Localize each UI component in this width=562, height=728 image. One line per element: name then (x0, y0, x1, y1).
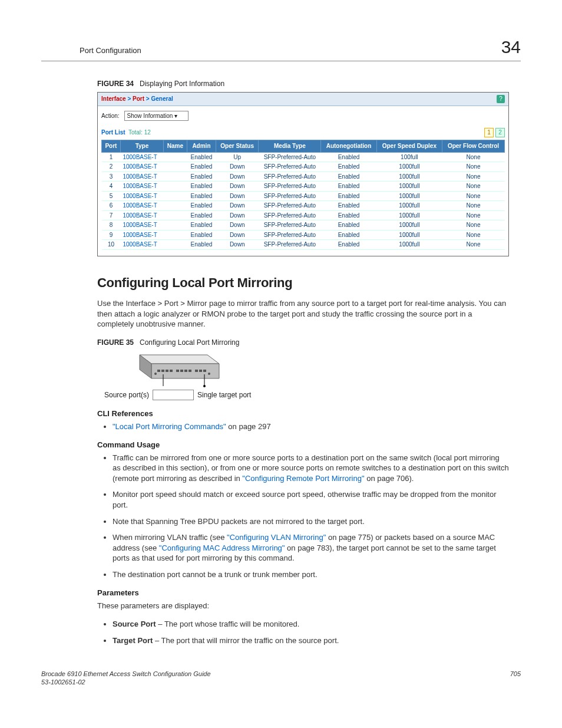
breadcrumb-port[interactable]: Port (133, 95, 144, 102)
figure-35-caption-text: Configuring Local Port Mirroring (140, 338, 239, 347)
param-source-port: Source Port – The port whose traffic wil… (113, 619, 509, 630)
cli-link[interactable]: "Local Port Mirroring Commands" (113, 422, 226, 431)
table-row: 11000BASE-TEnabledUpSFP-Preferred-AutoEn… (102, 152, 505, 162)
port-info-screenshot: Interface > Port > General ? Action: Sho… (97, 92, 509, 256)
help-icon[interactable]: ? (497, 95, 505, 103)
column-header: Admin (187, 140, 216, 153)
remote-mirroring-link[interactable]: "Configuring Remote Port Mirroring" (242, 474, 364, 483)
table-row: 61000BASE-TEnabledDownSFP-Preferred-Auto… (102, 201, 505, 211)
footer-doc-title: Brocade 6910 Ethernet Access Switch Conf… (41, 670, 211, 678)
column-header: Oper Status (216, 140, 259, 153)
svg-rect-7 (176, 370, 179, 372)
mirroring-diagram: Source port(s) Single target port (104, 352, 509, 400)
breadcrumb-bar: Interface > Port > General ? (98, 93, 508, 106)
svg-rect-11 (195, 370, 198, 372)
column-header: Type (120, 140, 163, 153)
portlist-label: Port List (101, 129, 125, 136)
usage-bullet-1: Traffic can be mirrored from one or more… (113, 453, 509, 484)
svg-rect-3 (157, 370, 160, 372)
svg-rect-10 (189, 370, 191, 372)
usage-bullet-2: Monitor port speed should match or excee… (113, 489, 509, 510)
svg-rect-4 (161, 370, 164, 372)
footer-doc-number: 53-1002651-02 (41, 678, 211, 687)
usage-bullet-5: The destination port cannot be a trunk o… (113, 569, 509, 580)
diagram-source-label: Source port(s) (104, 390, 149, 400)
figure-34-caption: FIGURE 34 Displaying Port Information (97, 79, 509, 88)
svg-point-15 (208, 373, 210, 375)
cli-reference-item: "Local Port Mirroring Commands" on page … (113, 421, 509, 432)
svg-point-18 (203, 385, 206, 387)
header-section-title: Port Configuration (80, 45, 141, 56)
column-header: Autonegotiation (321, 140, 376, 153)
page-1-button[interactable]: 1 (484, 128, 494, 137)
figure-34-label: FIGURE 34 (97, 80, 134, 88)
parameters-heading: Parameters (97, 588, 509, 598)
section-title: Configuring Local Port Mirroring (97, 274, 509, 292)
svg-rect-13 (203, 370, 206, 372)
portlist-total: Total: 12 (128, 129, 151, 136)
breadcrumb-interface[interactable]: Interface (101, 95, 126, 102)
action-select[interactable]: Show Information ▾ (124, 111, 189, 121)
table-row: 91000BASE-TEnabledDownSFP-Preferred-Auto… (102, 230, 505, 240)
pagination: 1 2 (484, 128, 505, 137)
column-header: Port (102, 140, 121, 153)
breadcrumb-general[interactable]: General (151, 95, 173, 102)
column-header: Name (163, 140, 187, 153)
table-row: 31000BASE-TEnabledDownSFP-Preferred-Auto… (102, 172, 505, 182)
portlist-row: Port List Total: 12 1 2 (98, 126, 508, 140)
page-footer: Brocade 6910 Ethernet Access Switch Conf… (41, 670, 521, 687)
column-header: Oper Speed Duplex (376, 140, 442, 153)
svg-point-14 (154, 373, 157, 375)
figure-34-caption-text: Displaying Port Information (140, 80, 224, 88)
mac-mirroring-link[interactable]: "Configuring MAC Address Mirroring" (159, 543, 285, 552)
header-chapter-number: 34 (501, 35, 521, 60)
running-header: Port Configuration 34 (41, 35, 521, 61)
footer-page-number: 705 (510, 670, 521, 687)
cli-references-heading: CLI References (97, 409, 509, 419)
usage-bullet-4: When mirroring VLAN traffic (see "Config… (113, 532, 509, 564)
usage-bullet-3: Note that Spanning Tree BPDU packets are… (113, 516, 509, 527)
table-row: 21000BASE-TEnabledDownSFP-Preferred-Auto… (102, 162, 505, 172)
table-row: 71000BASE-TEnabledDownSFP-Preferred-Auto… (102, 210, 505, 220)
svg-rect-8 (180, 370, 183, 372)
svg-rect-5 (166, 370, 168, 372)
svg-rect-6 (170, 370, 173, 372)
table-row: 101000BASE-TEnabledDownSFP-Preferred-Aut… (102, 240, 505, 250)
svg-rect-12 (199, 370, 202, 372)
diagram-target-label: Single target port (197, 390, 251, 400)
table-row: 41000BASE-TEnabledDownSFP-Preferred-Auto… (102, 182, 505, 192)
figure-35-label: FIGURE 35 (97, 338, 134, 347)
command-usage-heading: Command Usage (97, 440, 509, 450)
parameters-intro: These parameters are displayed: (97, 601, 509, 611)
vlan-mirroring-link[interactable]: "Configuring VLAN Mirroring" (227, 533, 326, 542)
figure-35-caption: FIGURE 35 Configuring Local Port Mirrori… (97, 338, 509, 347)
param-target-port: Target Port – The port that will mirror … (113, 635, 509, 646)
svg-marker-0 (140, 355, 219, 364)
action-label: Action: (101, 112, 120, 120)
diagram-input-box (153, 390, 194, 400)
table-row: 51000BASE-TEnabledDownSFP-Preferred-Auto… (102, 191, 505, 201)
port-table: PortTypeNameAdminOper StatusMedia TypeAu… (101, 140, 505, 250)
column-header: Oper Flow Control (442, 140, 505, 153)
page-2-button[interactable]: 2 (495, 128, 505, 137)
section-intro: Use the Interface > Port > Mirror page t… (97, 298, 509, 330)
column-header: Media Type (259, 140, 321, 153)
action-row: Action: Show Information ▾ (98, 106, 508, 126)
svg-rect-9 (184, 370, 187, 372)
table-row: 81000BASE-TEnabledDownSFP-Preferred-Auto… (102, 220, 505, 230)
